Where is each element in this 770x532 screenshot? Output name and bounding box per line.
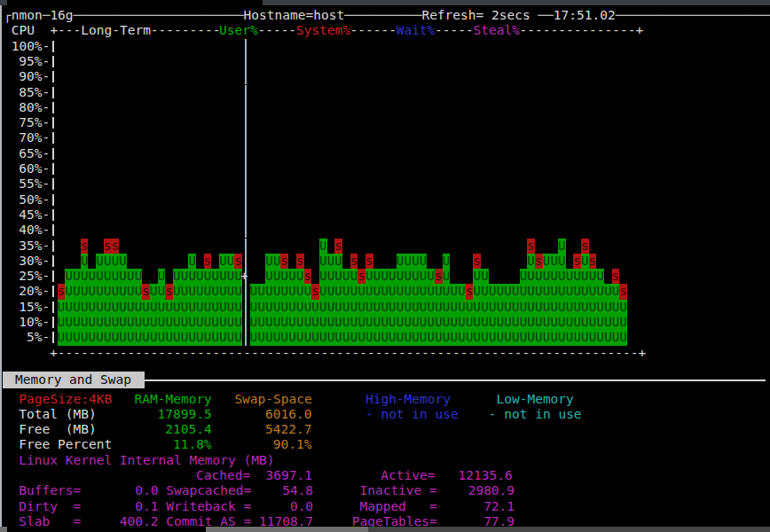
user-cpu-cell: U bbox=[573, 300, 581, 315]
user-cpu-cell: U bbox=[420, 330, 428, 345]
user-cpu-cell: U bbox=[520, 315, 528, 330]
user-cpu-cell: U bbox=[204, 315, 212, 330]
user-cpu-cell: U bbox=[158, 300, 166, 315]
user-cpu-cell: U bbox=[150, 284, 158, 299]
system-cpu-cell: s bbox=[142, 284, 150, 299]
memory-column-headers: Swap-Space bbox=[234, 392, 311, 407]
system-cpu-cell: s bbox=[104, 239, 112, 254]
user-cpu-cell: U bbox=[497, 315, 505, 330]
user-cpu-cell: U bbox=[273, 269, 281, 284]
user-cpu-cell: U bbox=[543, 315, 551, 330]
chart-position-marker bbox=[245, 85, 247, 100]
memory-free-percent-row: Free Percent bbox=[19, 437, 112, 452]
user-cpu-cell: U bbox=[504, 284, 512, 299]
user-cpu-cell: U bbox=[211, 330, 219, 345]
user-cpu-cell: U bbox=[112, 300, 120, 315]
user-cpu-cell: U bbox=[373, 284, 381, 299]
user-cpu-cell: U bbox=[450, 300, 458, 315]
user-cpu-cell: U bbox=[219, 315, 227, 330]
user-cpu-cell: U bbox=[296, 300, 304, 315]
user-cpu-cell: U bbox=[443, 254, 451, 269]
user-cpu-cell: U bbox=[65, 300, 73, 315]
user-cpu-cell: U bbox=[527, 315, 535, 330]
user-cpu-cell: U bbox=[535, 300, 543, 315]
user-cpu-cell: U bbox=[412, 300, 420, 315]
user-cpu-cell: U bbox=[504, 300, 512, 315]
user-cpu-cell: U bbox=[596, 330, 604, 345]
user-cpu-cell: U bbox=[257, 284, 265, 299]
user-cpu-cell: U bbox=[581, 254, 589, 269]
system-cpu-cell: s bbox=[81, 239, 89, 254]
system-cpu-cell: s bbox=[334, 239, 342, 254]
user-cpu-cell: U bbox=[481, 300, 489, 315]
user-cpu-cell: U bbox=[389, 300, 397, 315]
system-cpu-cell: s bbox=[311, 284, 319, 299]
user-cpu-cell: U bbox=[397, 315, 405, 330]
user-cpu-cell: U bbox=[466, 315, 474, 330]
user-cpu-cell: U bbox=[589, 300, 597, 315]
user-cpu-cell: U bbox=[265, 254, 273, 269]
user-cpu-cell: U bbox=[420, 300, 428, 315]
user-cpu-cell: U bbox=[188, 330, 196, 345]
user-cpu-cell: U bbox=[543, 300, 551, 315]
user-cpu-cell: U bbox=[135, 330, 143, 345]
user-cpu-cell: U bbox=[181, 315, 189, 330]
user-cpu-cell: U bbox=[473, 284, 481, 299]
system-cpu-cell: s bbox=[234, 254, 242, 269]
user-cpu-cell: U bbox=[458, 315, 466, 330]
user-cpu-cell: U bbox=[397, 300, 405, 315]
memory-column-headers: Low-Memory bbox=[497, 392, 574, 407]
user-cpu-cell: U bbox=[589, 269, 597, 284]
user-cpu-cell: U bbox=[443, 269, 451, 284]
user-cpu-cell: U bbox=[365, 330, 373, 345]
y-axis-tick bbox=[52, 224, 54, 236]
user-cpu-cell: U bbox=[104, 284, 112, 299]
user-cpu-cell: U bbox=[466, 300, 474, 315]
user-cpu-cell: U bbox=[497, 284, 505, 299]
user-cpu-cell: U bbox=[334, 315, 342, 330]
user-cpu-cell: U bbox=[427, 269, 435, 284]
user-cpu-cell: U bbox=[397, 269, 405, 284]
user-cpu-cell: U bbox=[581, 300, 589, 315]
user-cpu-cell: U bbox=[397, 330, 405, 345]
user-cpu-cell: U bbox=[250, 330, 258, 345]
user-cpu-cell: U bbox=[596, 300, 604, 315]
user-cpu-cell: U bbox=[420, 315, 428, 330]
user-cpu-cell: U bbox=[404, 269, 412, 284]
user-cpu-cell: U bbox=[81, 330, 89, 345]
y-axis-label: 65%- bbox=[19, 146, 50, 161]
y-axis-label: 55%- bbox=[19, 176, 50, 192]
user-cpu-cell: U bbox=[81, 254, 89, 269]
system-cpu-cell: s bbox=[296, 254, 304, 269]
user-cpu-cell: U bbox=[296, 269, 304, 284]
user-cpu-cell: U bbox=[173, 315, 181, 330]
user-cpu-cell: U bbox=[96, 300, 104, 315]
user-cpu-cell: U bbox=[150, 330, 158, 345]
chart-position-marker bbox=[245, 300, 247, 315]
user-cpu-cell: U bbox=[127, 315, 135, 330]
y-axis-label: 60%- bbox=[19, 161, 50, 176]
user-cpu-cell: U bbox=[512, 315, 520, 330]
user-cpu-cell: U bbox=[397, 284, 405, 299]
user-cpu-cell: U bbox=[543, 330, 551, 345]
y-axis-tick bbox=[52, 194, 54, 206]
user-cpu-cell: U bbox=[58, 300, 66, 315]
y-axis-label: 90%- bbox=[19, 69, 50, 84]
y-axis-label: 40%- bbox=[19, 223, 50, 238]
memory-free-row: 5422.7 bbox=[265, 422, 311, 437]
y-axis-tick bbox=[52, 41, 54, 52]
user-cpu-cell: U bbox=[219, 269, 227, 284]
user-cpu-cell: U bbox=[88, 300, 96, 315]
user-cpu-cell: U bbox=[527, 254, 535, 269]
user-cpu-cell: U bbox=[512, 300, 520, 315]
memory-free-row: 2105.4 bbox=[165, 422, 211, 437]
y-axis-tick bbox=[52, 102, 54, 113]
user-cpu-cell: U bbox=[165, 300, 173, 315]
user-cpu-cell: U bbox=[219, 254, 227, 269]
user-cpu-cell: U bbox=[304, 300, 312, 315]
user-cpu-cell: U bbox=[381, 300, 389, 315]
user-cpu-cell: U bbox=[535, 330, 543, 345]
user-cpu-cell: U bbox=[288, 284, 296, 299]
user-cpu-cell: U bbox=[181, 269, 189, 284]
kernel-dirty-row: Dirty = 0.1 Writeback = 0.0 Mapped = 72.… bbox=[19, 499, 515, 514]
